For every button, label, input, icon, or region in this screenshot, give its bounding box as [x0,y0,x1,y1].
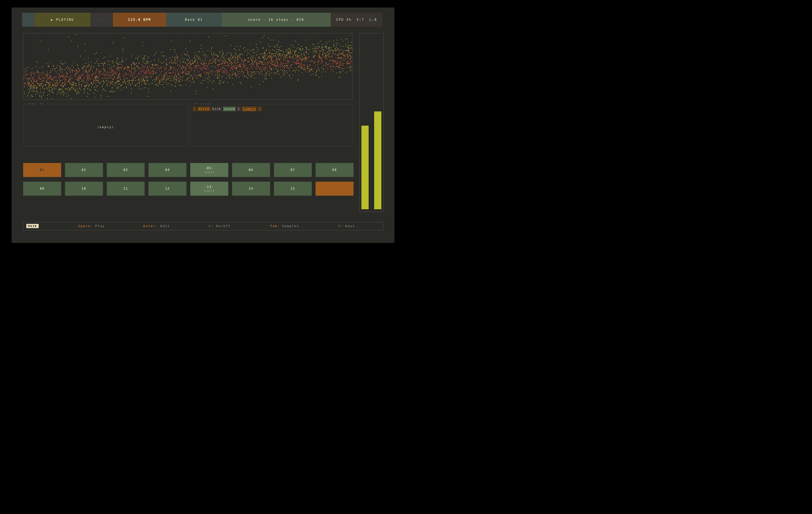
prelude-panel: Prelude :kkickkicksound1timbre: [191,104,352,146]
step-button-02[interactable]: 02 [65,163,103,177]
step-sample-name: snare [204,171,214,174]
hint-key: t [209,224,211,228]
hint-samples: Tab: Samples [270,224,299,228]
step-button-15[interactable]: 15 [274,182,312,196]
step-button-04[interactable]: 04 [148,163,186,177]
step-number: 09 [40,187,45,190]
step-button-11[interactable]: 11 [107,182,145,196]
step-button-06[interactable]: 06 [232,163,270,177]
step-number: ·05· [204,167,214,170]
step-button-12[interactable]: 12 [148,182,186,196]
hint-on/off: t: On/Off [209,224,231,228]
transport-status: ▶ PLAYING [35,13,90,27]
bpm-display: 125.0 BPM [113,13,166,27]
step-button-03[interactable]: 03 [107,163,145,177]
step-button-01[interactable]: 01 [23,163,61,177]
hint-play: Space: Play [78,224,105,228]
code-token-4[interactable]: 1 [237,107,240,111]
prelude-panel-title: Prelude [194,102,213,105]
step-button-07[interactable]: 07 [274,163,312,177]
step-button-13[interactable]: ·13·snare [190,182,228,196]
pattern-visualization-panel [23,33,352,100]
step-number: 14 [249,187,253,190]
step-number: 15 [290,187,295,190]
code-token-2[interactable]: kick [211,107,222,111]
step-button-14[interactable]: 14 [232,182,270,196]
step-panel-title: Step 01 [26,102,46,105]
footer-bar: MAIN Space: PlayEnter: Editt: On/OffTab:… [23,222,383,231]
step-empty-label: (empty) [23,125,188,129]
step-number: ·13· [204,185,214,189]
app-window: ▶ PLAYING·125.0 BPMBank 01snare · 16 ste… [12,8,394,243]
hint-keys: ?: Keys [338,224,355,228]
hint-key: Space [78,224,90,228]
system-stats: CPU 3% V:7 L:0 [330,13,383,27]
step-number: 07 [290,168,295,172]
code-token-0[interactable]: : [193,107,196,111]
step-button-16[interactable] [316,182,353,196]
step-number: 03 [123,168,128,172]
step-button-08[interactable]: 08 [316,163,353,177]
pattern-scatter-canvas [23,33,352,99]
step-number: 02 [82,168,86,172]
hint-key: Enter [143,224,155,228]
transport-aux: · [90,13,113,27]
step-number: 10 [82,187,86,190]
step-number: 12 [165,187,170,190]
step-number: 08 [332,168,337,172]
step-button-10[interactable]: 10 [65,182,103,196]
code-token-1[interactable]: kkick [198,107,210,111]
output-meters-panel [359,33,384,212]
hint-key: ? [338,224,340,228]
step-number: 01 [40,168,45,172]
step-detail-panel: Step 01 (empty) [23,104,188,146]
code-token-6[interactable]: : [258,107,262,111]
prelude-code-line[interactable]: :kkickkicksound1timbre: [193,107,262,111]
step-button-05[interactable]: ·05·snare [190,163,228,177]
corner-block [22,13,35,27]
step-sample-name: snare [204,189,214,192]
step-button-09[interactable]: 09 [23,182,61,196]
app-screen: ▶ PLAYING·125.0 BPMBank 01snare · 16 ste… [0,0,406,257]
level-meter-left [361,126,369,209]
step-number: 11 [123,187,128,190]
top-bar: ▶ PLAYING·125.0 BPMBank 01snare · 16 ste… [22,13,383,27]
step-grid: 01020304·05·snare06070809101112·13·snare… [23,163,353,196]
step-number: 04 [165,168,170,172]
code-token-5[interactable]: timbre [242,107,257,111]
bank-display: Bank 01 [166,13,222,27]
hint-edit: Enter: Edit [143,224,170,228]
step-number: 06 [249,168,253,172]
track-display: snare · 16 steps · #10 [222,13,330,27]
code-token-3[interactable]: sound [223,107,236,111]
level-meter-right [374,112,381,209]
mode-badge: MAIN [26,224,39,228]
hint-key: Tab [270,224,277,228]
